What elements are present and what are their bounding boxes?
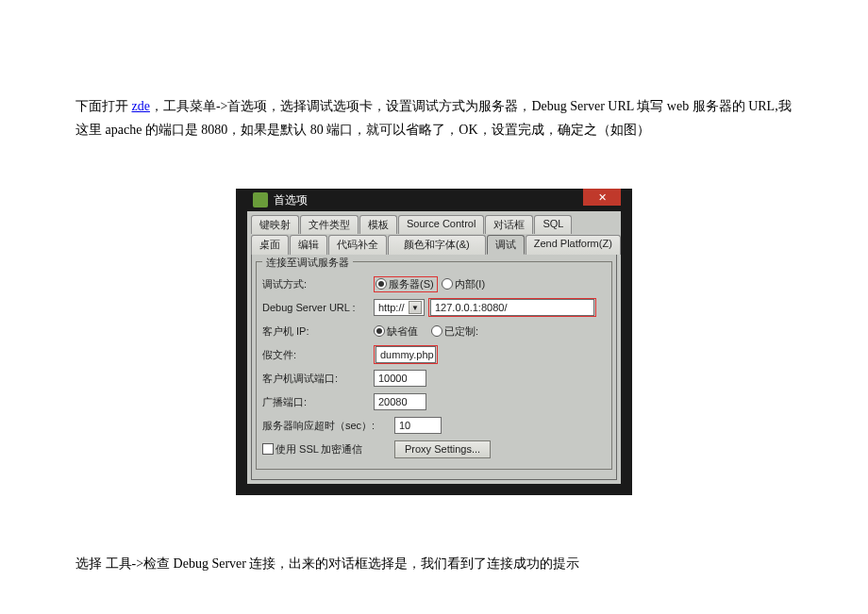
radio-internal[interactable]: 内部(I) <box>442 277 485 291</box>
radio-custom-ip[interactable]: 已定制: <box>431 324 478 339</box>
radio-server-label: 服务器(S) <box>389 277 434 291</box>
groupbox-title: 连接至调试服务器 <box>262 256 353 270</box>
tab-zend-platform[interactable]: Zend Platform(Z) <box>526 235 621 255</box>
app-icon <box>253 192 268 207</box>
radio-custom-ip-label: 已定制: <box>444 324 478 339</box>
chevron-down-icon: ▼ <box>409 301 422 314</box>
dialog-title: 首选项 <box>274 192 308 208</box>
radio-default-ip[interactable]: 缺省值 <box>374 324 418 339</box>
dialog-titlebar: 首选项 ✕ <box>247 189 621 211</box>
radio-server[interactable]: 服务器(S) <box>376 277 434 291</box>
radio-internal-dot <box>442 278 453 290</box>
client-port-input[interactable]: 10000 <box>374 370 426 387</box>
tab-dialogs[interactable]: 对话框 <box>485 215 533 234</box>
label-client-ip: 客户机 IP: <box>262 324 374 339</box>
intro-after: ，工具菜单->首选项，选择调试选项卡，设置调试方式为服务器，Debug Serv… <box>75 99 792 137</box>
fake-file-input[interactable]: dummy.php <box>376 346 436 363</box>
ssl-checkbox-box <box>262 443 274 455</box>
tab-row-2: 桌面 编辑 代码补全 颜色和字体(&) 调试 Zend Platform(Z) <box>251 235 617 255</box>
label-client-port: 客户机调试端口: <box>262 372 374 386</box>
close-icon[interactable]: ✕ <box>583 189 621 206</box>
radio-internal-label: 内部(I) <box>455 277 485 291</box>
intro-paragraph: 下面打开 zde，工具菜单->首选项，选择调试选项卡，设置调试方式为服务器，De… <box>75 94 793 141</box>
outro-paragraph: 选择 工具->检查 Debug Server 连接，出来的对话框选择是，我们看到… <box>75 552 793 575</box>
radio-default-ip-label: 缺省值 <box>387 324 418 339</box>
debug-panel: 连接至调试服务器 调试方式: 服务器(S) <box>251 254 617 480</box>
proxy-settings-button[interactable]: Proxy Settings... <box>394 440 491 458</box>
tab-filetypes[interactable]: 文件类型 <box>300 215 359 234</box>
debug-url-input[interactable]: 127.0.0.1:8080/ <box>430 299 594 316</box>
radio-default-ip-dot <box>374 325 385 337</box>
label-timeout: 服务器响应超时（sec）: <box>262 419 394 433</box>
radio-custom-ip-dot <box>431 325 442 337</box>
preferences-dialog: 首选项 ✕ 键映射 文件类型 模板 Source Control 对话框 SQL… <box>236 189 632 495</box>
label-debug-mode: 调试方式: <box>262 277 374 291</box>
tab-colors-fonts[interactable]: 颜色和字体(&) <box>388 235 486 255</box>
tab-source-control[interactable]: Source Control <box>398 215 484 234</box>
tab-completion[interactable]: 代码补全 <box>328 235 387 255</box>
tab-debug[interactable]: 调试 <box>487 235 525 255</box>
label-fake-file: 假文件: <box>262 348 374 362</box>
tab-edit[interactable]: 编辑 <box>290 235 327 255</box>
connect-debug-server-group: 连接至调试服务器 调试方式: 服务器(S) <box>256 261 612 470</box>
label-debug-url: Debug Server URL : <box>262 302 374 313</box>
label-broadcast-port: 广播端口: <box>262 395 374 409</box>
protocol-select[interactable]: http:// ▼ <box>374 299 425 316</box>
ssl-label: 使用 SSL 加密通信 <box>275 442 363 456</box>
radio-server-dot <box>376 278 387 290</box>
tab-templates[interactable]: 模板 <box>359 215 397 234</box>
tab-row-1: 键映射 文件类型 模板 Source Control 对话框 SQL <box>251 215 617 234</box>
zde-link[interactable]: zde <box>132 99 150 113</box>
protocol-value: http:// <box>378 301 405 315</box>
broadcast-port-input[interactable]: 20080 <box>374 393 426 410</box>
tab-keymap[interactable]: 键映射 <box>251 215 299 234</box>
tab-sql[interactable]: SQL <box>534 215 572 234</box>
intro-before: 下面打开 <box>75 99 132 113</box>
timeout-input[interactable]: 10 <box>394 417 442 434</box>
tab-desktop[interactable]: 桌面 <box>251 235 289 255</box>
ssl-checkbox[interactable]: 使用 SSL 加密通信 <box>262 442 363 456</box>
